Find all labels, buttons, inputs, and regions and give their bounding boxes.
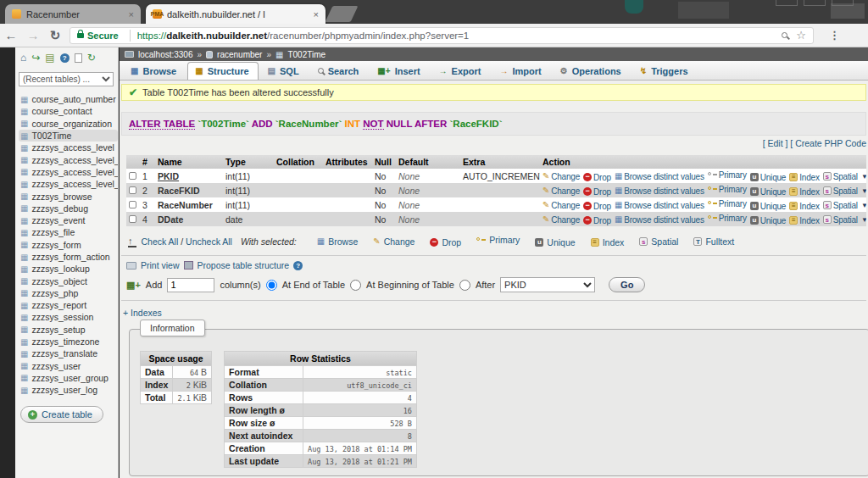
zoom-page-icon[interactable]: [782, 32, 787, 38]
action-drop[interactable]: −Drop: [583, 173, 611, 182]
action-index[interactable]: ≡Index: [789, 187, 819, 197]
tab-close-icon[interactable]: ×: [129, 9, 134, 19]
sidebar-table-course_contact[interactable]: ▦course_contact: [19, 105, 118, 117]
action-browse-distinct-values[interactable]: ▦Browse distinct values: [615, 201, 704, 210]
forward-button[interactable]: →: [22, 28, 44, 42]
action-unique[interactable]: uUnique: [750, 202, 787, 211]
indexes-toggle-link[interactable]: + Indexes: [123, 308, 162, 318]
documentation-icon[interactable]: [75, 53, 82, 63]
radio-after[interactable]: [459, 280, 470, 291]
action-more[interactable]: ▼More: [861, 216, 866, 225]
with-selected-primary[interactable]: Primary: [476, 235, 520, 245]
sidebar-table-zzzsys_access_level_php[interactable]: ▦zzzsys_access_level_php: [19, 166, 118, 178]
check-all-link[interactable]: Check All: [142, 236, 179, 247]
action-spatial[interactable]: sSpatial: [823, 186, 858, 196]
breadcrumb-table[interactable]: T002Time: [287, 50, 326, 59]
browser-menu-icon[interactable]: ⋮: [829, 29, 840, 42]
with-selected-index[interactable]: ≡Index: [591, 237, 625, 247]
propose-structure-link[interactable]: Propose table structure: [198, 260, 290, 270]
breadcrumb-server[interactable]: localhost:3306: [138, 50, 193, 59]
go-button[interactable]: Go: [609, 277, 645, 292]
action-index[interactable]: ≡Index: [789, 202, 819, 211]
sidebar-table-T002Time[interactable]: ▦T002Time: [19, 130, 118, 142]
action-more[interactable]: ▼More: [861, 173, 866, 182]
sidebar-table-zzzsys_object[interactable]: ▦zzzsys_object: [19, 275, 118, 286]
after-column-select[interactable]: PKID: [500, 277, 595, 292]
sql-window-icon[interactable]: ▤: [45, 53, 54, 64]
action-primary[interactable]: Primary: [708, 170, 747, 180]
action-primary[interactable]: Primary: [708, 214, 747, 223]
url-text[interactable]: https://dalkeith.nubuilder.net/racenumbe…: [137, 31, 779, 41]
create-table-button[interactable]: + Create table: [20, 406, 103, 423]
sidebar-table-zzzsys_user_log[interactable]: ▦zzzsys_user_log: [19, 384, 118, 396]
action-unique[interactable]: uUnique: [750, 173, 787, 182]
sidebar-table-zzzsys_translate[interactable]: ▦zzzsys_translate: [19, 347, 118, 359]
action-spatial[interactable]: sSpatial: [823, 172, 858, 181]
action-change[interactable]: ✎Change: [542, 172, 580, 181]
tab-close-icon[interactable]: ×: [314, 9, 319, 19]
window-maximize-button[interactable]: [804, 0, 826, 6]
url-bar[interactable]: Secure https://dalkeith.nubuilder.net/ra…: [70, 27, 814, 44]
sql-edit-link[interactable]: [ Edit ]: [763, 138, 788, 148]
action-unique[interactable]: uUnique: [750, 216, 787, 225]
with-selected-spatial[interactable]: sSpatial: [639, 236, 678, 247]
tab-insert[interactable]: ▦+Insert: [370, 62, 429, 80]
add-column-count-input[interactable]: [167, 278, 214, 292]
back-button[interactable]: ←: [0, 28, 22, 42]
help-icon[interactable]: ?: [60, 53, 70, 63]
action-primary[interactable]: Primary: [708, 185, 747, 194]
action-spatial[interactable]: sSpatial: [823, 215, 858, 225]
with-selected-drop[interactable]: −Drop: [430, 237, 461, 247]
sidebar-table-zzzsys_access_level_report[interactable]: ▦zzzsys_access_level_report: [19, 178, 118, 190]
sidebar-table-zzzsys_access_level[interactable]: ▦zzzsys_access_level: [19, 142, 118, 153]
window-close-button[interactable]: [832, 0, 854, 6]
action-more[interactable]: ▼More: [861, 187, 866, 197]
row-checkbox[interactable]: [129, 186, 136, 194]
sidebar-table-zzzsys_event[interactable]: ▦zzzsys_event: [19, 214, 118, 226]
sidebar-table-zzzsys_report[interactable]: ▦zzzsys_report: [19, 299, 118, 311]
with-selected-change[interactable]: ✎Change: [373, 236, 415, 247]
home-icon[interactable]: ⌂: [20, 53, 26, 64]
action-change[interactable]: ✎Change: [542, 201, 580, 210]
sidebar-table-course_organization[interactable]: ▦course_organization: [19, 118, 118, 130]
recent-tables-select[interactable]: (Recent tables) ...: [19, 72, 114, 86]
action-browse-distinct-values[interactable]: ▦Browse distinct values: [615, 215, 704, 225]
breadcrumb-database[interactable]: racenumber: [217, 50, 262, 59]
secure-chip[interactable]: Secure: [77, 31, 119, 41]
bookmark-star-icon[interactable]: ☆: [796, 29, 806, 42]
with-selected-browse[interactable]: ▦Browse: [317, 236, 358, 247]
sidebar-table-zzzsys_browse[interactable]: ▦zzzsys_browse: [19, 190, 118, 202]
browser-tab-racenumber[interactable]: Racenumber ×: [5, 4, 141, 24]
sidebar-table-zzzsys_session[interactable]: ▦zzzsys_session: [19, 311, 118, 323]
tab-structure[interactable]: ▦Structure: [187, 62, 258, 80]
row-checkbox[interactable]: [129, 215, 136, 223]
sidebar-table-zzzsys_form[interactable]: ▦zzzsys_form: [19, 239, 118, 251]
action-browse-distinct-values[interactable]: ▦Browse distinct values: [615, 186, 704, 196]
action-change[interactable]: ✎Change: [542, 215, 580, 225]
sidebar-table-zzzsys_php[interactable]: ▦zzzsys_php: [19, 287, 118, 299]
action-drop[interactable]: −Drop: [583, 187, 611, 197]
sidebar-table-zzzsys_file[interactable]: ▦zzzsys_file: [19, 226, 118, 238]
reload-button[interactable]: ↻: [44, 28, 66, 43]
action-browse-distinct-values[interactable]: ▦Browse distinct values: [615, 172, 704, 181]
window-minimize-button[interactable]: [776, 0, 798, 6]
row-checkbox[interactable]: [129, 201, 136, 208]
radio-at-beginning[interactable]: [350, 280, 361, 291]
action-more[interactable]: ▼More: [861, 202, 866, 211]
action-drop[interactable]: −Drop: [583, 216, 611, 225]
action-drop[interactable]: −Drop: [583, 202, 611, 211]
sidebar-table-course_auto_number[interactable]: ▦course_auto_number: [19, 93, 118, 105]
sidebar-table-zzzsys_form_action[interactable]: ▦zzzsys_form_action: [19, 251, 118, 263]
tab-import[interactable]: →Import: [492, 62, 550, 80]
sidebar-table-zzzsys_access_level_form[interactable]: ▦zzzsys_access_level_form: [19, 153, 118, 165]
tab-triggers[interactable]: ↯Triggers: [632, 62, 698, 80]
tab-sql[interactable]: ▤SQL: [260, 62, 309, 80]
print-view-link[interactable]: Print view: [141, 260, 180, 270]
with-selected-unique[interactable]: uUnique: [535, 237, 575, 247]
action-spatial[interactable]: sSpatial: [823, 201, 858, 210]
action-index[interactable]: ≡Index: [789, 173, 819, 182]
sidebar-table-zzzsys_setup[interactable]: ▦zzzsys_setup: [19, 324, 118, 336]
action-unique[interactable]: uUnique: [750, 187, 787, 197]
uncheck-all-link[interactable]: Uncheck All: [186, 236, 232, 247]
action-index[interactable]: ≡Index: [789, 216, 819, 225]
